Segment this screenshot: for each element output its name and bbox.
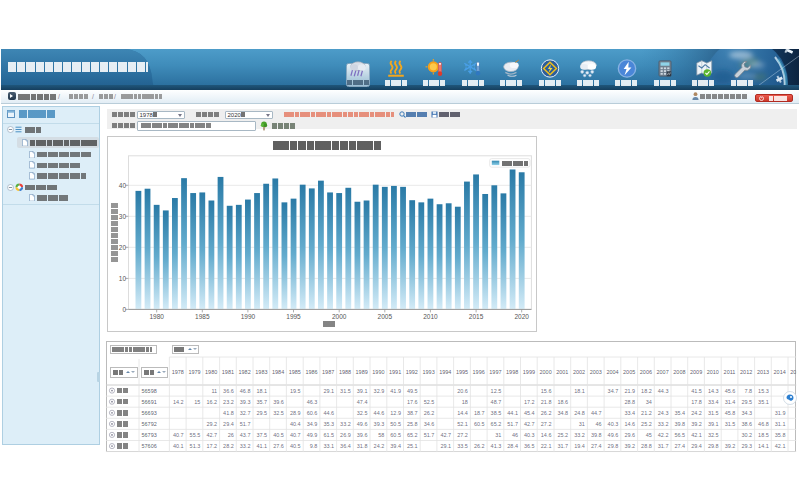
svg-text:28.2: 28.2 — [223, 443, 234, 449]
svg-text:2011: 2011 — [724, 369, 736, 375]
svg-text:40.3: 40.3 — [524, 432, 535, 438]
svg-text:28.9: 28.9 — [290, 410, 301, 416]
svg-text:26.9: 26.9 — [340, 432, 351, 438]
svg-text:21.9: 21.9 — [624, 388, 635, 394]
svg-text:36.5: 36.5 — [524, 443, 535, 449]
svg-text:42.2: 42.2 — [658, 432, 669, 438]
svg-text:34.8: 34.8 — [557, 410, 568, 416]
svg-text:1996: 1996 — [473, 369, 485, 375]
svg-text:31: 31 — [579, 421, 585, 427]
svg-text:45: 45 — [646, 432, 652, 438]
svg-text:31.5: 31.5 — [708, 410, 719, 416]
svg-text:49.6: 49.6 — [357, 421, 368, 427]
svg-text:2009: 2009 — [690, 369, 702, 375]
svg-text:17.2: 17.2 — [206, 443, 217, 449]
svg-text:1978: 1978 — [172, 369, 184, 375]
svg-text:2015: 2015 — [790, 369, 800, 375]
svg-text:1987: 1987 — [322, 369, 334, 375]
svg-text:17.8: 17.8 — [691, 399, 702, 405]
svg-text:20.6: 20.6 — [457, 388, 468, 394]
svg-text:40.7: 40.7 — [290, 432, 301, 438]
svg-text:31: 31 — [495, 432, 501, 438]
svg-text:29.2: 29.2 — [206, 421, 217, 427]
svg-text:51.3: 51.3 — [190, 443, 201, 449]
svg-text:45.8: 45.8 — [725, 410, 736, 416]
svg-text:56598: 56598 — [142, 388, 157, 394]
svg-text:30.2: 30.2 — [741, 432, 752, 438]
svg-text:34.9: 34.9 — [307, 421, 318, 427]
svg-text:39.6: 39.6 — [273, 399, 284, 405]
svg-text:14.4: 14.4 — [457, 410, 468, 416]
svg-text:31.8: 31.8 — [357, 443, 368, 449]
svg-text:31.5: 31.5 — [340, 388, 351, 394]
svg-text:42.1: 42.1 — [691, 432, 702, 438]
svg-text:1990: 1990 — [372, 369, 384, 375]
svg-text:27.4: 27.4 — [591, 443, 602, 449]
svg-text:32.7: 32.7 — [240, 410, 251, 416]
svg-text:31.4: 31.4 — [725, 399, 736, 405]
svg-text:56693: 56693 — [142, 410, 157, 416]
svg-text:39.8: 39.8 — [674, 421, 685, 427]
svg-text:1992: 1992 — [406, 369, 418, 375]
svg-text:35.1: 35.1 — [758, 399, 769, 405]
svg-text:1984: 1984 — [272, 369, 284, 375]
svg-text:46: 46 — [595, 421, 601, 427]
svg-text:26: 26 — [228, 432, 234, 438]
svg-text:1979: 1979 — [188, 369, 200, 375]
svg-text:34.7: 34.7 — [608, 388, 619, 394]
svg-text:1982: 1982 — [238, 369, 250, 375]
svg-text:47.4: 47.4 — [357, 399, 368, 405]
svg-text:39.1: 39.1 — [357, 388, 368, 394]
svg-text:44.1: 44.1 — [507, 410, 518, 416]
svg-text:40.5: 40.5 — [273, 432, 284, 438]
svg-text:11: 11 — [211, 388, 217, 394]
svg-text:32.5: 32.5 — [708, 432, 719, 438]
svg-text:29.6: 29.6 — [624, 432, 635, 438]
svg-text:32.9: 32.9 — [374, 388, 385, 394]
svg-text:25.1: 25.1 — [407, 443, 418, 449]
svg-text:21.8: 21.8 — [541, 399, 552, 405]
svg-text:33.5: 33.5 — [457, 443, 468, 449]
svg-text:60.5: 60.5 — [474, 421, 485, 427]
svg-text:1991: 1991 — [389, 369, 401, 375]
svg-text:36.4: 36.4 — [340, 443, 351, 449]
svg-text:24.2: 24.2 — [691, 410, 702, 416]
svg-text:39.4: 39.4 — [390, 443, 401, 449]
svg-text:18.1: 18.1 — [256, 388, 267, 394]
svg-text:34: 34 — [646, 399, 652, 405]
svg-text:1997: 1997 — [489, 369, 501, 375]
svg-text:2007: 2007 — [656, 369, 668, 375]
svg-text:19.4: 19.4 — [574, 443, 585, 449]
svg-text:1986: 1986 — [305, 369, 317, 375]
svg-text:42.7: 42.7 — [206, 432, 217, 438]
svg-text:43.7: 43.7 — [240, 432, 251, 438]
svg-text:29.8: 29.8 — [708, 443, 719, 449]
svg-text:2004: 2004 — [606, 369, 618, 375]
svg-text:42.7: 42.7 — [524, 421, 535, 427]
svg-text:24.3: 24.3 — [658, 410, 669, 416]
svg-text:1983: 1983 — [255, 369, 267, 375]
svg-text:27.2: 27.2 — [457, 432, 468, 438]
svg-text:33.2: 33.2 — [658, 421, 669, 427]
svg-text:29.5: 29.5 — [741, 399, 752, 405]
svg-text:24.2: 24.2 — [374, 443, 385, 449]
svg-text:56793: 56793 — [142, 432, 157, 438]
svg-text:18.6: 18.6 — [557, 399, 568, 405]
svg-text:35.3: 35.3 — [323, 421, 334, 427]
svg-text:1994: 1994 — [439, 369, 451, 375]
svg-text:15.6: 15.6 — [541, 388, 552, 394]
svg-text:24.8: 24.8 — [574, 410, 585, 416]
svg-text:56691: 56691 — [142, 399, 157, 405]
svg-text:2006: 2006 — [640, 369, 652, 375]
svg-text:39.2: 39.2 — [725, 443, 736, 449]
svg-text:14.3: 14.3 — [708, 388, 719, 394]
svg-text:42.1: 42.1 — [775, 443, 786, 449]
svg-text:31.7: 31.7 — [557, 443, 568, 449]
svg-text:26.2: 26.2 — [424, 410, 435, 416]
svg-text:39.6: 39.6 — [357, 432, 368, 438]
svg-text:1985: 1985 — [289, 369, 301, 375]
svg-text:38.6: 38.6 — [741, 421, 752, 427]
svg-text:46: 46 — [512, 432, 518, 438]
svg-text:39.2: 39.2 — [691, 421, 702, 427]
svg-text:35.7: 35.7 — [256, 399, 267, 405]
